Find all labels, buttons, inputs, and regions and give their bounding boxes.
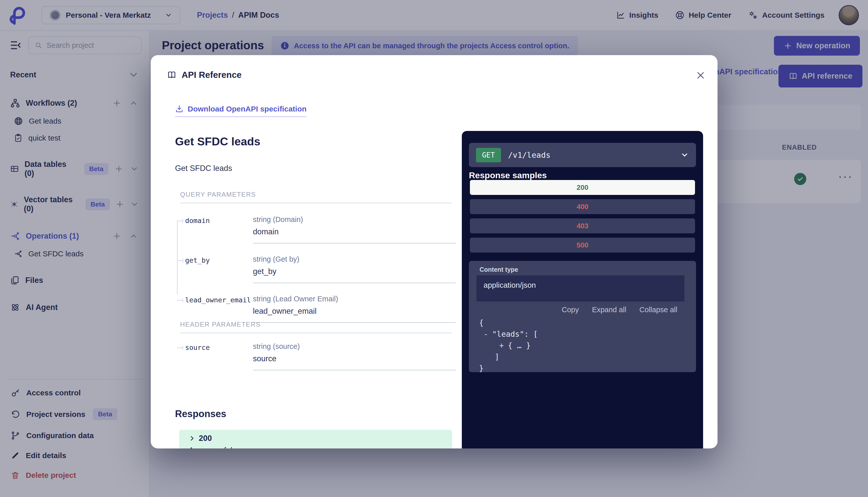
param-type: string (Get by) bbox=[253, 255, 456, 264]
collapse-node-toggle[interactable]: - bbox=[484, 328, 488, 340]
section-divider bbox=[180, 203, 452, 203]
param-value: source bbox=[253, 354, 456, 363]
param-value: lead_owner_email bbox=[253, 307, 456, 316]
header-parameters-group: source string (source) source bbox=[175, 341, 456, 381]
code-line: -"leads": [ bbox=[476, 328, 688, 340]
expand-node-toggle[interactable]: + bbox=[499, 340, 504, 351]
endpoint-selector[interactable]: GET /v1/leads bbox=[469, 143, 696, 167]
responses-heading: Responses bbox=[175, 409, 226, 420]
section-divider bbox=[180, 333, 452, 333]
code-line: ] bbox=[476, 351, 688, 363]
code-line: } bbox=[476, 363, 688, 372]
tree-branch-icon bbox=[175, 255, 185, 283]
param-name: domain bbox=[185, 215, 253, 243]
param-row: lead_owner_email string (Lead Owner Emai… bbox=[175, 293, 456, 323]
status-sample-500[interactable]: 500 bbox=[470, 238, 695, 253]
response-200-toggle[interactable]: 200 bbox=[189, 434, 443, 443]
query-parameters-heading: QUERY PARAMETERS bbox=[180, 190, 256, 198]
tree-branch-icon bbox=[175, 215, 185, 243]
status-sample-list: 200 400 403 500 bbox=[470, 180, 695, 257]
book-icon bbox=[167, 70, 177, 80]
collapse-all-button[interactable]: Collapse all bbox=[639, 306, 677, 314]
close-button[interactable] bbox=[695, 69, 706, 81]
param-value: get_by bbox=[253, 267, 456, 276]
endpoint-path: /v1/leads bbox=[508, 151, 673, 159]
tree-branch-icon bbox=[175, 295, 185, 323]
response-200-box: 200 A successful response bbox=[179, 430, 452, 449]
chevron-right-icon bbox=[189, 435, 195, 442]
response-samples-heading: Response samples bbox=[469, 170, 547, 180]
param-value: domain bbox=[253, 227, 456, 236]
copy-button[interactable]: Copy bbox=[562, 306, 579, 314]
chevron-down-icon bbox=[680, 151, 689, 159]
param-row: domain string (Domain) domain bbox=[175, 214, 456, 243]
param-type: string (Lead Owner Email) bbox=[253, 295, 456, 303]
param-name: lead_owner_email bbox=[185, 295, 253, 323]
download-openapi-label: Download OpenAPI specification bbox=[188, 105, 307, 113]
status-sample-200[interactable]: 200 bbox=[470, 180, 695, 195]
expand-all-button[interactable]: Expand all bbox=[592, 306, 626, 314]
json-sample: { -"leads": [ +{ … } ] } bbox=[476, 317, 688, 372]
query-parameters-group: domain string (Domain) domain get_by str… bbox=[175, 214, 456, 333]
request-sample-panel: GET /v1/leads Response samples 200 400 4… bbox=[462, 131, 703, 449]
param-name: get_by bbox=[185, 255, 253, 283]
close-icon bbox=[696, 71, 705, 80]
app-root: Personal - Vera Merkatz Projects / APIM … bbox=[0, 0, 868, 497]
status-sample-400[interactable]: 400 bbox=[470, 199, 695, 214]
modal-title-row: API Reference bbox=[167, 70, 241, 80]
code-line: +{ … } bbox=[476, 340, 688, 351]
code-line: { bbox=[476, 317, 688, 328]
code-actions: Copy Expand all Collapse all bbox=[476, 306, 688, 314]
response-code: 200 bbox=[199, 434, 212, 443]
content-type-value: application/json bbox=[484, 281, 677, 289]
api-reference-modal: API Reference Download OpenAPI specifica… bbox=[151, 55, 717, 449]
modal-title: API Reference bbox=[182, 70, 241, 80]
http-method-badge: GET bbox=[476, 148, 501, 162]
sample-content-box: Content type application/json Copy Expan… bbox=[469, 261, 696, 372]
param-row: get_by string (Get by) get_by bbox=[175, 254, 456, 283]
download-openapi-link[interactable]: Download OpenAPI specification bbox=[175, 105, 307, 117]
header-parameters-heading: HEADER PARAMETERS bbox=[180, 321, 261, 328]
param-type: string (Domain) bbox=[253, 215, 456, 224]
content-type-label: Content type bbox=[479, 266, 688, 273]
param-row: source string (source) source bbox=[175, 341, 456, 370]
download-icon bbox=[175, 105, 184, 113]
param-name: source bbox=[185, 342, 253, 370]
content-type-select[interactable]: application/json bbox=[476, 275, 684, 302]
tree-branch-icon bbox=[175, 342, 185, 370]
operation-description: Get SFDC leads bbox=[175, 164, 232, 173]
status-sample-403[interactable]: 403 bbox=[470, 218, 695, 233]
operation-title: Get SFDC leads bbox=[175, 135, 261, 148]
response-description: A successful response bbox=[189, 446, 443, 449]
param-type: string (source) bbox=[253, 342, 456, 351]
